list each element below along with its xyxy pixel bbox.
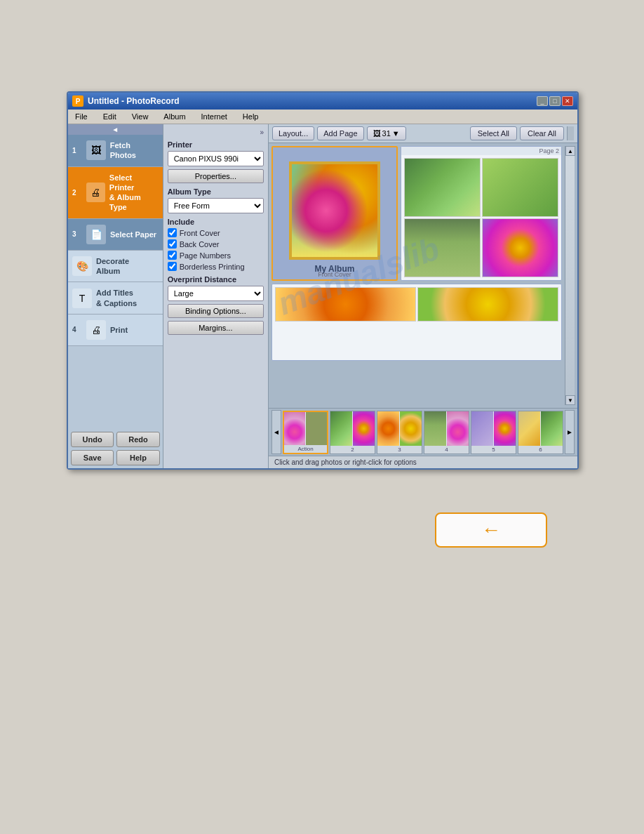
- borderless-label[interactable]: Borderless Printing: [180, 263, 245, 271]
- menu-edit[interactable]: Edit: [99, 111, 121, 122]
- album-cover-page[interactable]: My Album Front Cover: [271, 146, 398, 281]
- step-label-select-printer: Select Printer& Album Type: [109, 173, 159, 213]
- thumb-5-photos: [471, 411, 516, 446]
- thumb-6-photo-1: [518, 411, 540, 446]
- thumbnail-scroll-left[interactable]: ◄: [271, 410, 281, 454]
- thumb-2-photo-2: [353, 411, 375, 446]
- fetch-photos-icon: 🖼: [86, 140, 106, 160]
- sidebar-item-decorate-album[interactable]: 🎨 DecorateAlbum: [68, 251, 163, 283]
- printer-select[interactable]: Canon PIXUS 990i: [168, 151, 264, 166]
- app-icon: P: [72, 95, 83, 107]
- arrow-left-icon: ←: [481, 519, 501, 541]
- thumbnail-strip: ◄ Action 2: [269, 408, 577, 456]
- menu-view[interactable]: View: [128, 111, 153, 122]
- include-label: Include: [168, 218, 264, 226]
- sidebar-item-fetch-photos[interactable]: 1 🖼 Fetch Photos: [68, 135, 163, 167]
- panel-collapse-button[interactable]: »: [168, 128, 264, 136]
- arrow-overlay-button[interactable]: ←: [435, 512, 547, 548]
- thumbnail-2[interactable]: 2: [330, 411, 375, 454]
- sidebar-item-select-paper[interactable]: 3 📄 Select Paper: [68, 219, 163, 251]
- layout-button[interactable]: Layout...: [272, 126, 314, 140]
- undo-redo-row: Undo Redo: [71, 432, 160, 447]
- help-button[interactable]: Help: [116, 450, 159, 465]
- sidebar-collapse-button[interactable]: ◄: [68, 124, 163, 135]
- save-help-row: Save Help: [71, 450, 160, 465]
- album-type-label: Album Type: [168, 187, 264, 196]
- printer-label: Printer: [168, 140, 264, 149]
- step-label-titles: Add Titles& Captions: [96, 288, 137, 308]
- title-bar-left: P Untitled - PhotoRecord: [72, 95, 180, 107]
- scroll-down-button[interactable]: ▼: [565, 395, 575, 405]
- thumbnail-5[interactable]: 5: [471, 411, 516, 454]
- back-cover-label[interactable]: Back Cover: [180, 240, 220, 249]
- page-numbers-label[interactable]: Page Numbers: [180, 251, 231, 260]
- select-paper-icon: 📄: [86, 225, 106, 244]
- thumb-3-photos: [377, 411, 422, 446]
- back-cover-checkbox[interactable]: [168, 239, 177, 249]
- thumbnail-1[interactable]: Action: [283, 411, 328, 454]
- status-bar: Click and drag photos or right-click for…: [269, 456, 577, 468]
- add-page-button[interactable]: Add Page: [317, 126, 363, 140]
- thumb-photo-green: [306, 412, 327, 445]
- thumb-photo-pink: [284, 412, 305, 445]
- album-page-2[interactable]: Page 2: [401, 146, 562, 281]
- main-window: P Untitled - PhotoRecord _ □ ✕ File Edit…: [67, 91, 579, 470]
- save-button[interactable]: Save: [71, 450, 114, 465]
- thumb-5-photo-2: [494, 411, 516, 446]
- step-number-3: 3: [72, 230, 82, 238]
- page-bottom-photos: [272, 284, 561, 360]
- thumbnail-4[interactable]: 4: [424, 411, 469, 454]
- sidebar-buttons: Undo Redo Save Help: [68, 429, 163, 468]
- page-numbers-checkbox[interactable]: [168, 251, 177, 260]
- close-button[interactable]: ✕: [562, 96, 573, 106]
- borderless-checkbox[interactable]: [168, 262, 177, 271]
- thumbnail-scroll-right[interactable]: ►: [565, 410, 575, 454]
- pages-area: My Album Front Cover Page 2: [269, 143, 577, 408]
- page-row-top: My Album Front Cover Page 2: [271, 146, 562, 281]
- binding-options-button[interactable]: Binding Options...: [168, 304, 264, 318]
- clear-all-button[interactable]: Clear All: [520, 126, 564, 140]
- pages-content: My Album Front Cover Page 2: [271, 146, 562, 405]
- page-photo-4: [482, 218, 558, 277]
- counter-value: 31: [382, 129, 391, 138]
- title-controls: _ □ ✕: [537, 96, 573, 106]
- thumb-3-label: 3: [377, 446, 422, 454]
- thumb-2-label: 2: [330, 446, 375, 454]
- step-label-print: Print: [110, 325, 128, 335]
- maximize-button[interactable]: □: [549, 96, 561, 106]
- step-label-select-paper: Select Paper: [110, 230, 156, 239]
- menu-album[interactable]: Album: [159, 111, 189, 122]
- front-cover-checkbox[interactable]: [168, 228, 177, 237]
- thumb-6-label: 6: [518, 446, 563, 454]
- minimize-button[interactable]: _: [537, 96, 548, 106]
- main-content: ◄ 1 🖼 Fetch Photos 2 🖨 Select Printer& A…: [68, 124, 577, 468]
- scroll-up-button[interactable]: ▲: [565, 146, 575, 156]
- redo-button[interactable]: Redo: [116, 432, 159, 447]
- titles-icon: T: [72, 289, 92, 308]
- menu-file[interactable]: File: [71, 111, 92, 122]
- sidebar-item-select-printer[interactable]: 2 🖨 Select Printer& Album Type: [68, 167, 163, 219]
- thumbnail-3[interactable]: 3: [377, 411, 422, 454]
- thumb-4-label: 4: [424, 446, 469, 454]
- sidebar-item-add-titles[interactable]: T Add Titles& Captions: [68, 282, 163, 315]
- undo-button[interactable]: Undo: [71, 432, 114, 447]
- page-2-label: Page 2: [401, 147, 561, 155]
- front-cover-label[interactable]: Front Cover: [180, 229, 220, 237]
- decorate-icon: 🎨: [72, 256, 92, 276]
- page-photo-orange: [275, 287, 416, 322]
- properties-button[interactable]: Properties...: [168, 169, 264, 183]
- thumbnail-6[interactable]: 6: [518, 411, 563, 454]
- album-type-select[interactable]: Free Form: [168, 198, 264, 213]
- cover-photo: [289, 161, 380, 260]
- toolbar: Layout... Add Page 🖼 31 ▼ Select All Cle…: [269, 124, 577, 143]
- thumb-2-photo-1: [330, 411, 352, 446]
- menu-help[interactable]: Help: [239, 111, 263, 122]
- menu-internet[interactable]: Internet: [197, 111, 232, 122]
- album-page-bottom[interactable]: [271, 284, 562, 361]
- sidebar-item-print[interactable]: 4 🖨 Print: [68, 315, 163, 346]
- overprint-select[interactable]: Large: [168, 286, 264, 301]
- window-title: Untitled - PhotoRecord: [88, 96, 180, 106]
- thumb-4-photo-2: [447, 411, 469, 446]
- margins-button[interactable]: Margins...: [168, 321, 264, 335]
- select-all-button[interactable]: Select All: [470, 126, 517, 140]
